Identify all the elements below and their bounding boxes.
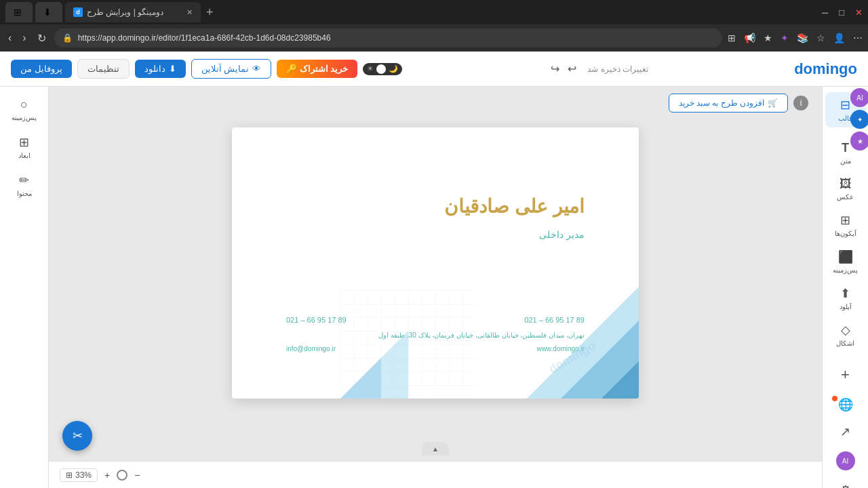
zoom-level-display: ⊞ 33% [60, 468, 98, 482]
tab-title: دومینگو | ویرایش طرح [87, 7, 182, 17]
browser-chrome: ⊞ ⬇ d دومینگو | ویرایش طرح ✕ + ─ □ ✕ ‹ ›… [0, 0, 868, 52]
canvas-bottom-bar: ⊞ 33% + − [49, 461, 822, 488]
toggle-circle [376, 64, 386, 74]
nav-bar: ‹ › ↻ 🔒 https://app.domingo.ir/editor/1f… [0, 24, 868, 52]
subscribe-button[interactable]: خرید اشتراک 🔑 [277, 60, 357, 78]
text-label: متن [840, 157, 851, 165]
eye-icon: 👁 [252, 64, 261, 74]
search-circle-icon [117, 470, 127, 481]
zoom-out-button[interactable]: − [133, 468, 141, 482]
favorites-icon[interactable]: ★ [764, 33, 772, 43]
profile-icon[interactable]: 👤 [833, 33, 845, 43]
icons-icon: ⊞ [840, 213, 850, 228]
left-toolbar: ○ پس‌زمینه ⊞ ابعاد ✏ محتوا [0, 87, 49, 488]
card-left-triangle-decoration [340, 317, 408, 399]
back-button[interactable]: ‹ [5, 29, 14, 47]
ai-icon-1[interactable]: AI [850, 88, 868, 107]
settings-gear-icon: ⚙ [840, 483, 851, 488]
info-button[interactable]: i [793, 96, 808, 110]
theme-toggle[interactable]: 🌙 ☀ [363, 63, 402, 75]
active-tab[interactable]: d دومینگو | ویرایش طرح ✕ [65, 2, 201, 22]
translate-icon: 🌐 [838, 397, 853, 412]
panel-item-add[interactable]: + [825, 361, 866, 389]
photo-icon: 🖼 [840, 177, 852, 191]
collapse-handle[interactable]: ▲ [422, 442, 449, 455]
card-watermark: domingo [547, 338, 598, 376]
panel-item-ai-assist[interactable]: AI [825, 446, 866, 476]
pinned-tab[interactable]: ⊞ [5, 2, 33, 22]
content-tool-icon: ✏ [19, 173, 29, 188]
upload-label: آپلود [840, 303, 852, 310]
share-icon: ↗ [840, 424, 850, 439]
business-card[interactable]: امیر علی صادقیان مدیر داخلی 021 – 66 95 … [232, 127, 639, 399]
right-panel: ⊟ قالب AI ✦ ★ T متن [822, 87, 868, 488]
ai-icon-2[interactable]: ✦ [850, 110, 868, 129]
address-bar[interactable]: 🔒 https://app.domingo.ir/editor/1f1eca1a… [54, 28, 722, 47]
copilot-icon[interactable]: ✦ [781, 33, 789, 43]
preview-button[interactable]: 👁 نمایش آنلاین [191, 59, 272, 79]
settings-button[interactable]: تنظیمات [77, 59, 130, 79]
panel-item-settings-gear[interactable]: ⚙ [825, 477, 866, 488]
app: domingo تغییرات ذخیره شد ↩ ↪ 🌙 ☀ خرید اش… [0, 52, 868, 488]
svg-marker-5 [340, 358, 381, 399]
info-icon: i [800, 98, 802, 108]
app-logo: domingo [794, 60, 857, 78]
app-icon[interactable]: ⊞ [728, 33, 736, 43]
sun-icon: ☀ [367, 64, 374, 73]
fab-button[interactable]: ✂ [62, 421, 92, 451]
minimize-button[interactable]: ─ [822, 7, 828, 18]
close-button[interactable]: ✕ [855, 7, 863, 18]
read-aloud-icon[interactable]: 📢 [744, 33, 755, 43]
zoom-in-button[interactable]: + [103, 468, 111, 482]
forward-button[interactable]: › [20, 29, 28, 47]
url-text: https://app.domingo.ir/editor/1f1eca1a-6… [78, 33, 714, 43]
panel-item-translate[interactable]: 🌐 [825, 392, 866, 418]
downloads-tab[interactable]: ⬇ [35, 2, 62, 22]
svg-marker-3 [601, 361, 639, 399]
download-button[interactable]: ⬇ دانلود [135, 60, 186, 78]
canvas-area: 🛒 افزودن طرح به سبد خرید i [49, 87, 822, 488]
add-to-cart-button[interactable]: 🛒 افزودن طرح به سبد خرید [669, 94, 788, 113]
save-status-text: تغییرات ذخیره شد [587, 64, 648, 74]
panel-item-icons[interactable]: ⊞ آیکون‌ها [825, 207, 866, 243]
redo-button[interactable]: ↪ [548, 60, 562, 78]
shapes-icon: ◇ [841, 323, 850, 338]
undo-button[interactable]: ↩ [565, 60, 579, 78]
zoom-value: 33% [75, 470, 92, 480]
favorites2-icon[interactable]: ☆ [816, 33, 825, 43]
add-icon: + [841, 366, 850, 384]
nav-icons: ⊞ 📢 ★ ✦ 📚 ☆ 👤 ⋯ [728, 33, 863, 43]
panel-item-shapes[interactable]: ◇ اشکال [825, 317, 866, 352]
panel-item-share[interactable]: ↗ [825, 419, 866, 445]
shapes-label: اشکال [836, 340, 854, 347]
collections-icon[interactable]: 📚 [797, 33, 808, 43]
preview-label: نمایش آنلاین [201, 64, 250, 74]
tab-bar: ⊞ ⬇ d دومینگو | ویرایش طرح ✕ + ─ □ ✕ [0, 0, 868, 24]
background-tool-label: پس‌زمینه [12, 114, 37, 121]
tool-dimensions[interactable]: ⊞ ابعاد [4, 129, 45, 165]
app-header: domingo تغییرات ذخیره شد ↩ ↪ 🌙 ☀ خرید اش… [0, 52, 868, 87]
profile-button[interactable]: پروفایل من [11, 60, 72, 78]
ai-assist-icon: AI [836, 451, 855, 470]
save-status: تغییرات ذخیره شد [587, 64, 648, 74]
refresh-button[interactable]: ↻ [35, 29, 49, 47]
canvas-top-bar: 🛒 افزودن طرح به سبد خرید i [669, 94, 808, 113]
photo-label: عکس [837, 193, 854, 201]
panel-item-bg[interactable]: ⬛ پس‌زمینه [825, 244, 866, 279]
content-tool-label: محتوا [17, 190, 32, 197]
panel-item-upload[interactable]: ⬆ آپلود [825, 281, 866, 316]
new-tab-button[interactable]: + [206, 6, 214, 18]
download-label: دانلود [144, 64, 165, 74]
card-phone2: 021 – 66 95 17 89 [286, 316, 347, 324]
zoom-search [117, 470, 127, 481]
panel-item-text[interactable]: T متن [825, 136, 866, 170]
tool-content[interactable]: ✏ محتوا [4, 167, 45, 203]
menu-icon[interactable]: ⋯ [853, 33, 863, 43]
add-to-cart-label: افزودن طرح به سبد خرید [679, 98, 764, 108]
upload-icon: ⬆ [840, 286, 850, 301]
moon-icon: 🌙 [389, 64, 398, 73]
maximize-button[interactable]: □ [839, 7, 844, 18]
panel-item-photo[interactable]: 🖼 عکس [825, 171, 866, 206]
tool-background[interactable]: ○ پس‌زمینه [4, 92, 45, 127]
tab-close-button[interactable]: ✕ [186, 8, 193, 17]
